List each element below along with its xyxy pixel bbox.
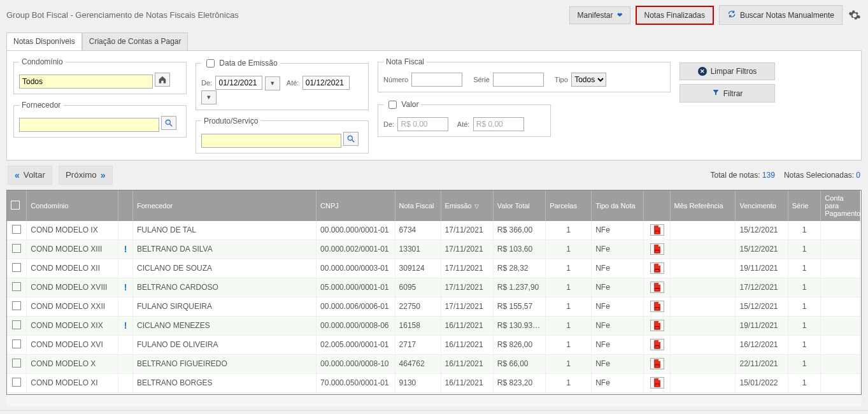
col-checkbox-header[interactable]	[7, 190, 27, 221]
valor-checkbox[interactable]	[388, 101, 397, 109]
row-checkbox[interactable]	[12, 282, 21, 291]
cell-condominio: COND MODELO X	[27, 354, 118, 373]
col-condominio-header[interactable]: Condomínio	[27, 190, 118, 221]
tab-contas-pagar[interactable]: Criação de Contas a Pagar	[82, 32, 189, 50]
cell-venc: 22/11/2021	[736, 354, 788, 373]
manifestar-button[interactable]: Manifestar ❤	[569, 6, 630, 24]
fornecedor-search-button[interactable]	[161, 116, 176, 130]
cell-valor: R$ 366,00	[493, 221, 545, 240]
table-row[interactable]: COND MODELO XXIIFULANO SIRQUEIRA00.000.0…	[7, 297, 860, 316]
col-parcelas-header[interactable]: Parcelas	[546, 190, 592, 221]
limpar-filtros-button[interactable]: ✕ Limpar Filtros	[679, 62, 775, 80]
table-row[interactable]: COND MODELO IXFULANO DE TAL00.000.000/00…	[7, 221, 860, 240]
row-checkbox[interactable]	[12, 225, 21, 234]
cell-emissao: 17/11/2021	[441, 297, 493, 316]
cell-cnpj: 70.000.050/0001-01	[317, 373, 395, 392]
emissao-de-calendar-button[interactable]: ▾	[265, 76, 280, 90]
col-valor-header[interactable]: Valor Total	[493, 190, 545, 221]
table-row[interactable]: COND MODELO XIBELTRANO BORGES70.000.050/…	[7, 373, 860, 392]
table-row[interactable]: COND MODELO XIX!CICLANO MENEZES00.000.00…	[7, 316, 860, 335]
horizontal-scrollbar[interactable]	[6, 395, 862, 406]
col-emissao-header[interactable]: Emissão▽	[441, 190, 493, 221]
row-checkbox[interactable]	[12, 320, 21, 329]
cell-serie: 1	[788, 278, 820, 297]
produto-input[interactable]	[201, 134, 341, 148]
row-checkbox[interactable]	[12, 263, 21, 272]
cell-warn	[118, 373, 133, 392]
cell-conta	[821, 278, 860, 297]
tab-notas-disponiveis[interactable]: Notas Disponíveis	[6, 32, 82, 50]
col-cnpj-header[interactable]: CNPJ	[317, 190, 395, 221]
cell-nf: 464762	[395, 354, 441, 373]
col-venc-header[interactable]: Vencimento	[736, 190, 788, 221]
cell-conta	[821, 354, 860, 373]
col-pdf-header[interactable]	[644, 190, 670, 221]
cell-fornecedor: FULANO DE OLIVEIRA	[133, 335, 317, 354]
cell-serie: 1	[788, 354, 820, 373]
emissao-checkbox[interactable]	[206, 59, 215, 68]
row-checkbox[interactable]	[12, 339, 21, 348]
pdf-icon: PDF	[653, 359, 661, 368]
cell-emissao: 17/11/2021	[441, 221, 493, 240]
col-nf-header[interactable]: Nota Fiscal	[395, 190, 441, 221]
col-warn-header[interactable]	[118, 190, 133, 221]
cell-conta	[821, 373, 860, 392]
pdf-icon: PDF	[653, 225, 661, 234]
pdf-button[interactable]: PDF	[650, 301, 664, 312]
table-row[interactable]: COND MODELO XIICICLANO DE SOUZA00.000.00…	[7, 259, 860, 278]
table-row[interactable]: COND MODELO XIII!BELTRANO DA SILVA00.000…	[7, 239, 860, 259]
col-mesref-header[interactable]: Mês Referência	[670, 190, 736, 221]
col-fornecedor-header[interactable]: Fornecedor	[133, 190, 317, 221]
emissao-ate-input[interactable]	[302, 76, 350, 90]
condominio-home-button[interactable]	[155, 73, 170, 87]
emissao-ate-calendar-button[interactable]: ▾	[201, 90, 217, 104]
table-row[interactable]: COND MODELO XBELTRANO FIGUEIREDO00.000.0…	[7, 354, 860, 373]
buscar-manual-button[interactable]: Buscar Notas Manualmente	[719, 5, 843, 25]
valor-ate-label: Até:	[457, 120, 470, 128]
cell-parcelas: 1	[546, 354, 592, 373]
pdf-button[interactable]: PDF	[650, 282, 664, 293]
cell-venc: 16/12/2021	[736, 335, 788, 354]
valor-de-input[interactable]	[397, 117, 448, 131]
notes-grid[interactable]: Condomínio Fornecedor CNPJ Nota Fiscal E…	[6, 190, 862, 395]
pdf-button[interactable]: PDF	[650, 320, 664, 331]
valor-ate-input[interactable]	[473, 117, 524, 131]
pdf-button[interactable]: PDF	[650, 339, 664, 350]
pdf-button[interactable]: PDF	[650, 377, 664, 389]
col-tipo-header[interactable]: Tipo da Nota	[592, 190, 644, 221]
voltar-button[interactable]: « Voltar	[8, 166, 52, 185]
pdf-button[interactable]: PDF	[650, 224, 664, 236]
nf-tipo-select[interactable]: Todos	[571, 73, 606, 87]
condominio-input[interactable]	[19, 75, 153, 89]
table-row[interactable]: COND MODELO XVIFULANO DE OLIVEIRA02.005.…	[7, 335, 860, 354]
emissao-de-input[interactable]	[215, 76, 262, 90]
pdf-icon: PDF	[653, 340, 661, 349]
fornecedor-input[interactable]	[19, 118, 159, 132]
pdf-button[interactable]: PDF	[650, 262, 664, 274]
nf-numero-input[interactable]	[411, 73, 462, 87]
cell-fornecedor: FULANO DE TAL	[133, 221, 317, 240]
col-conta-header[interactable]: Conta para Pagamento	[821, 190, 860, 221]
row-checkbox[interactable]	[12, 359, 21, 368]
row-checkbox[interactable]	[12, 378, 21, 387]
pdf-button[interactable]: PDF	[650, 358, 664, 369]
pdf-icon: PDF	[653, 245, 661, 253]
sort-desc-icon: ▽	[474, 203, 479, 210]
cell-conta	[821, 259, 860, 278]
settings-button[interactable]	[848, 8, 862, 22]
notas-finalizadas-button[interactable]: Notas Finalizadas	[636, 6, 714, 25]
pdf-button[interactable]: PDF	[650, 243, 664, 255]
cell-serie: 1	[788, 316, 820, 335]
row-checkbox[interactable]	[12, 244, 21, 253]
table-row[interactable]: COND MODELO XXIICICLANO FRANCISCO09.000.…	[7, 392, 860, 395]
sel-label: Notas Selecionadas:	[784, 171, 854, 180]
app-title: Group Bot Fiscal - Gerenciamento de Nota…	[6, 10, 564, 20]
table-row[interactable]: COND MODELO XVIII!BELTRANO CARDOSO05.000…	[7, 278, 860, 297]
produto-search-button[interactable]	[343, 132, 359, 146]
col-serie-header[interactable]: Série	[788, 190, 820, 221]
row-checkbox[interactable]	[12, 301, 21, 310]
filtrar-button[interactable]: Filtrar	[679, 84, 775, 103]
nf-serie-input[interactable]	[493, 73, 544, 87]
notas-finalizadas-label: Notas Finalizadas	[644, 11, 705, 20]
proximo-button[interactable]: Próximo »	[59, 166, 113, 185]
